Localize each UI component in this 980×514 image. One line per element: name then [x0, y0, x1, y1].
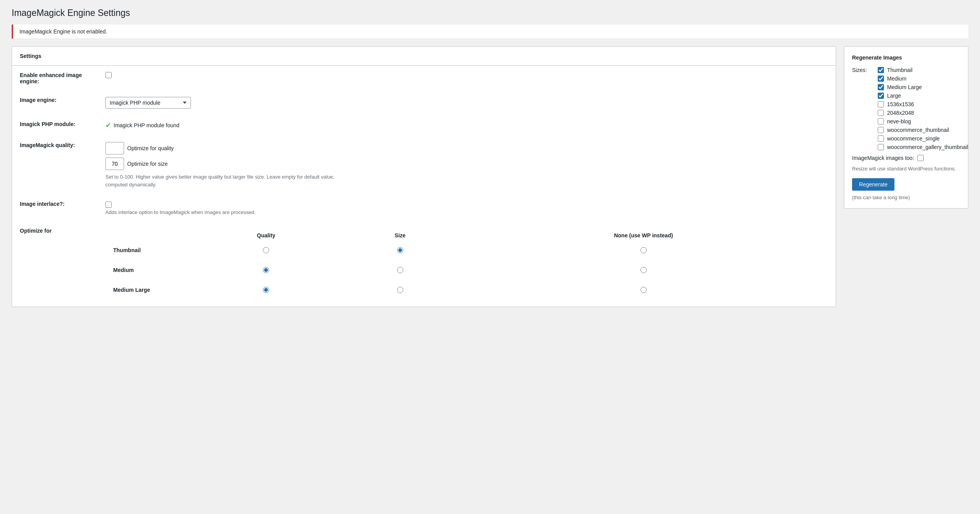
radio-size-0[interactable]	[397, 247, 403, 253]
size-checkbox-0[interactable]	[878, 67, 884, 73]
size-item-5: 2048x2048	[878, 110, 968, 116]
optimize-row-2: Medium Large	[105, 281, 828, 300]
optimize-for-quality-label: Optimize for quality	[127, 145, 174, 151]
sizes-label: Sizes:	[852, 67, 872, 150]
enable-engine-row: Enable enhanced image engine:	[12, 66, 836, 91]
interlace-cell: Adds interlace option to ImageMagick whe…	[98, 195, 836, 221]
size-item-0: Thumbnail	[878, 67, 968, 73]
quality-for-quality-row: Optimize for quality	[105, 142, 828, 154]
size-item-3: Large	[878, 93, 968, 99]
size-label-4: 1536x1536	[887, 101, 914, 107]
quality-label: ImageMagick quality:	[12, 136, 98, 195]
optimize-size-1	[341, 261, 459, 281]
interlace-checkbox-row	[105, 201, 828, 208]
optimize-size-2	[341, 281, 459, 300]
size-label-6: neve-blog	[887, 118, 911, 125]
size-checkbox-3[interactable]	[878, 93, 884, 99]
settings-table: Enable enhanced image engine: Image engi…	[12, 66, 836, 307]
interlace-label: Image interlace?:	[12, 195, 98, 221]
optimize-col-none: None (use WP instead)	[459, 230, 828, 241]
sidebar-heading: Regenerate Images	[852, 54, 960, 61]
module-found-text: Imagick PHP module found	[114, 122, 179, 128]
enable-engine-checkbox[interactable]	[105, 72, 112, 78]
radio-none-0[interactable]	[640, 247, 647, 253]
image-engine-row: Image engine: Imagick PHP module GD Libr…	[12, 91, 836, 115]
regenerate-button[interactable]: Regenerate	[852, 178, 894, 191]
quality-cell: Optimize for quality Optimize for size S…	[98, 136, 836, 195]
notice-text: ImageMagick Engine is not enabled.	[19, 28, 962, 35]
size-label-7: woocommerce_thumbnail	[887, 127, 949, 133]
size-item-9: woocommerce_gallery_thumbnail	[878, 144, 968, 150]
php-module-label: Imagick PHP module:	[12, 115, 98, 136]
size-item-1: Medium	[878, 75, 968, 82]
size-label-8: woocommerce_single	[887, 135, 940, 142]
size-item-8: woocommerce_single	[878, 135, 968, 142]
page-title: ImageMagick Engine Settings	[12, 8, 968, 18]
size-checkbox-2[interactable]	[878, 84, 884, 90]
optimize-col-size: Size	[341, 230, 459, 241]
optimize-col-name	[105, 230, 191, 241]
php-module-row: Imagick PHP module: ✔ Imagick PHP module…	[12, 115, 836, 136]
optimize-quality-0	[191, 241, 341, 261]
imagick-too-checkbox[interactable]	[917, 155, 924, 161]
image-engine-cell: Imagick PHP module GD Library	[98, 91, 836, 115]
sizes-list: ThumbnailMediumMedium LargeLarge1536x153…	[878, 67, 968, 150]
enable-engine-cell	[98, 66, 836, 91]
image-engine-label: Image engine:	[12, 91, 98, 115]
radio-size-1[interactable]	[397, 267, 403, 273]
interlace-description: Adds interlace option to ImageMagick whe…	[105, 209, 828, 215]
radio-none-2[interactable]	[640, 287, 647, 293]
radio-quality-2[interactable]	[263, 287, 269, 293]
size-item-4: 1536x1536	[878, 101, 968, 107]
optimize-quality-1	[191, 261, 341, 281]
size-label-1: Medium	[887, 75, 906, 82]
quality-for-size-row: Optimize for size	[105, 158, 828, 170]
size-checkbox-8[interactable]	[878, 135, 884, 142]
regen-note: (this can take a long time)	[852, 195, 960, 200]
optimize-row-name-0: Thumbnail	[105, 241, 191, 261]
size-checkbox-7[interactable]	[878, 127, 884, 133]
size-label-9: woocommerce_gallery_thumbnail	[887, 144, 968, 150]
settings-panel: Settings Enable enhanced image engine: I…	[12, 46, 836, 307]
checkmark-icon: ✔	[105, 121, 111, 130]
optimize-for-row: Optimize for Quality Size None (use WP i…	[12, 221, 836, 307]
size-item-6: neve-blog	[878, 118, 968, 125]
optimize-col-quality: Quality	[191, 230, 341, 241]
quality-for-size-input[interactable]	[105, 158, 124, 170]
optimize-for-size-label: Optimize for size	[127, 161, 168, 167]
optimize-for-cell: Quality Size None (use WP instead) Thumb…	[98, 221, 836, 307]
resize-note: Resize will use standard WordPress funct…	[852, 165, 960, 173]
quality-for-quality-input[interactable]	[105, 142, 124, 154]
php-module-cell: ✔ Imagick PHP module found	[98, 115, 836, 136]
optimize-row-0: Thumbnail	[105, 241, 828, 261]
quality-description: Set to 0-100. Higher value gives better …	[105, 173, 339, 188]
size-checkbox-9[interactable]	[878, 144, 884, 150]
size-checkbox-4[interactable]	[878, 101, 884, 107]
optimize-for-table: Quality Size None (use WP instead) Thumb…	[105, 230, 828, 300]
optimize-size-0	[341, 241, 459, 261]
radio-quality-1[interactable]	[263, 267, 269, 273]
size-checkbox-6[interactable]	[878, 118, 884, 125]
settings-heading: Settings	[12, 47, 836, 66]
size-checkbox-1[interactable]	[878, 75, 884, 82]
sidebar-panel: Regenerate Images Sizes: ThumbnailMedium…	[844, 46, 968, 209]
size-label-5: 2048x2048	[887, 110, 914, 116]
optimize-row-name-1: Medium	[105, 261, 191, 281]
optimize-none-0	[459, 241, 828, 261]
interlace-checkbox[interactable]	[105, 202, 112, 208]
size-item-2: Medium Large	[878, 84, 968, 90]
radio-quality-0[interactable]	[263, 247, 269, 253]
imagick-too-label: ImageMagick images too:	[852, 155, 914, 161]
optimize-header-row: Quality Size None (use WP instead)	[105, 230, 828, 241]
module-found-status: ✔ Imagick PHP module found	[105, 121, 828, 130]
interlace-row: Image interlace?: Adds interlace option …	[12, 195, 836, 221]
size-label-3: Large	[887, 93, 901, 99]
size-checkbox-5[interactable]	[878, 110, 884, 116]
size-label-2: Medium Large	[887, 84, 922, 90]
size-item-7: woocommerce_thumbnail	[878, 127, 968, 133]
enable-engine-label: Enable enhanced image engine:	[12, 66, 98, 91]
optimize-row-name-2: Medium Large	[105, 281, 191, 300]
radio-size-2[interactable]	[397, 287, 403, 293]
image-engine-select[interactable]: Imagick PHP module GD Library	[105, 97, 191, 109]
radio-none-1[interactable]	[640, 267, 647, 273]
